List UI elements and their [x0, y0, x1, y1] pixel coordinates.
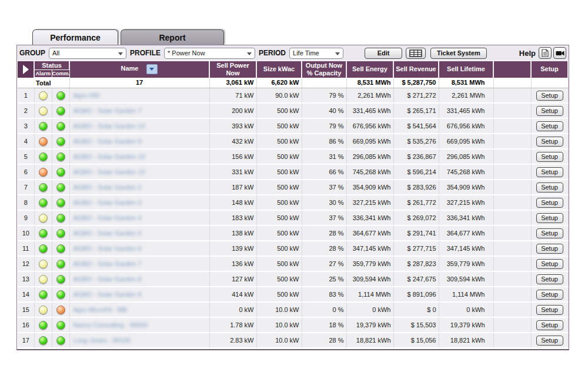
total-size: 6,620 kW: [256, 78, 302, 88]
site-name-redacted: Nancy Consulting - 90000: [74, 321, 148, 328]
site-name-cell[interactable]: AGBO - Solar Garden 5: [69, 225, 209, 241]
lifetime-cell: 18,821 kWh: [439, 333, 493, 348]
alarm-status-cell: [34, 88, 52, 104]
site-name-cell[interactable]: AGBO - Solar Garden 10: [69, 164, 209, 180]
period-label: PERIOD: [259, 49, 286, 57]
site-name-redacted: AGBO - Solar Garden 10: [74, 122, 145, 130]
revenue-cell: $ 15,056: [393, 333, 439, 348]
site-name-redacted: AGBO - Solar Garden 8: [74, 276, 142, 283]
alarm-status-cell: [34, 256, 52, 271]
size-cell: 500 kW: [256, 180, 302, 195]
size-cell: 500 kW: [256, 210, 302, 225]
site-name-cell[interactable]: AGBO - Solar Garden 10: [69, 149, 209, 164]
setup-cell: Setup: [531, 225, 568, 241]
alarm-light: [39, 275, 48, 284]
setup-cell: Setup: [531, 333, 568, 348]
setup-button[interactable]: Setup: [536, 228, 563, 238]
site-name-cell[interactable]: Nancy Consulting - 90000: [69, 317, 209, 333]
setup-button[interactable]: Setup: [536, 320, 563, 330]
site-name-cell[interactable]: AGBO - Solar Garden 7: [69, 256, 209, 271]
tab-report[interactable]: Report: [121, 29, 224, 45]
edit-button[interactable]: Edit: [365, 48, 402, 59]
site-name-cell[interactable]: AGBO - Solar Garden 2: [69, 180, 209, 195]
site-name-redacted: Long Jones - 99100: [74, 337, 131, 344]
site-name-cell[interactable]: Agro #90: [69, 88, 209, 104]
total-lifetime: 8,531 MWh: [439, 78, 493, 88]
setup-cell: Setup: [531, 302, 568, 317]
revenue-cell: $ 283,926: [393, 180, 439, 195]
ticket-system-button[interactable]: Ticket System: [430, 48, 487, 59]
help-video-button[interactable]: [553, 47, 566, 59]
revenue-cell: $ 535,276: [393, 134, 439, 149]
sort-dropdown-icon[interactable]: [146, 64, 158, 74]
setup-button[interactable]: Setup: [536, 137, 563, 147]
row-expand-header[interactable]: [18, 61, 34, 78]
revenue-cell: $ 277,715: [393, 241, 439, 256]
row-number: 9: [18, 210, 34, 225]
revenue-cell: $ 271,272: [393, 88, 439, 104]
site-name-cell[interactable]: AGBO - Solar Garden 6: [69, 241, 209, 256]
help-doc-button[interactable]: [539, 47, 552, 59]
revenue-cell: $ 596,214: [393, 164, 439, 180]
size-cell: 500 kW: [256, 118, 302, 134]
setup-button[interactable]: Setup: [536, 152, 563, 162]
output-cell: 83 %: [302, 287, 346, 302]
alarm-subheader: Alarm: [34, 70, 52, 78]
revenue-cell: $ 287,823: [393, 256, 439, 271]
energy-cell: 309,594 kWh: [346, 271, 393, 287]
site-name-cell[interactable]: Agro MicroFit - MB: [69, 302, 209, 317]
row-number: 11: [18, 241, 34, 256]
site-name-cell[interactable]: AGBO - Solar Garden 9: [69, 134, 209, 149]
name-column-header[interactable]: Name: [69, 61, 209, 78]
row-number: 12: [18, 256, 34, 271]
site-name-cell[interactable]: AGBO - Solar Garden 7: [69, 103, 209, 118]
profile-select[interactable]: * Power Now: [164, 48, 255, 59]
setup-button[interactable]: Setup: [536, 121, 563, 131]
comm-light: [56, 244, 65, 253]
alarm-light: [39, 229, 48, 238]
alarm-status-cell: [34, 164, 52, 180]
period-select[interactable]: Life Time: [289, 48, 343, 59]
comm-status-cell: [52, 88, 69, 104]
table-row: 4 AGBO - Solar Garden 9 432 kW 500 kW 86…: [18, 134, 568, 149]
setup-button[interactable]: Setup: [536, 167, 563, 177]
setup-button[interactable]: Setup: [536, 91, 563, 101]
setup-button[interactable]: Setup: [536, 274, 563, 284]
setup-button[interactable]: Setup: [536, 259, 563, 269]
setup-button[interactable]: Setup: [536, 106, 563, 116]
help-area: Help: [519, 47, 566, 59]
site-name-cell[interactable]: AGBO - Solar Garden 4: [69, 210, 209, 225]
sell-power-cell: 136 kW: [209, 256, 256, 271]
site-name-cell[interactable]: AGBO - Solar Garden 10: [69, 118, 209, 134]
output-cell: 28 %: [302, 225, 346, 241]
setup-button[interactable]: Setup: [536, 182, 563, 192]
setup-button[interactable]: Setup: [536, 305, 563, 315]
site-name-cell[interactable]: AGBO - Solar Garden 8: [69, 271, 209, 287]
row-number: 13: [18, 271, 34, 287]
comm-light: [56, 168, 65, 177]
setup-button[interactable]: Setup: [536, 198, 563, 208]
lifetime-cell: 676,956 kWh: [439, 118, 493, 134]
setup-button[interactable]: Setup: [536, 336, 563, 346]
energy-cell: 669,095 kWh: [346, 134, 393, 149]
site-name-cell[interactable]: AGBO - Solar Garden 3: [69, 195, 209, 210]
tab-performance[interactable]: Performance: [32, 29, 118, 45]
group-select[interactable]: All: [49, 48, 126, 59]
sell-power-cell: 156 kW: [209, 149, 256, 164]
table-row: 12 AGBO - Solar Garden 7 136 kW 500 kW 2…: [18, 256, 568, 271]
lifetime-cell: 745,268 kWh: [439, 164, 493, 180]
setup-button[interactable]: Setup: [536, 244, 563, 254]
comm-status-cell: [52, 287, 69, 302]
sell-power-cell: 0 kW: [209, 302, 256, 317]
setup-button[interactable]: Setup: [536, 213, 563, 223]
comm-status-cell: [52, 210, 69, 225]
comm-status-cell: [52, 333, 69, 348]
energy-cell: 18,821 kWh: [346, 333, 393, 348]
setup-cell: Setup: [531, 103, 568, 118]
site-name-cell[interactable]: Long Jones - 99100: [69, 333, 209, 348]
grid-view-button[interactable]: [406, 48, 426, 59]
setup-button[interactable]: Setup: [536, 290, 563, 300]
tab-bar: Performance Report: [16, 29, 569, 45]
site-name-cell[interactable]: AGBO - Solar Garden 9: [69, 287, 209, 302]
energy-cell: 331,465 kWh: [346, 103, 393, 118]
